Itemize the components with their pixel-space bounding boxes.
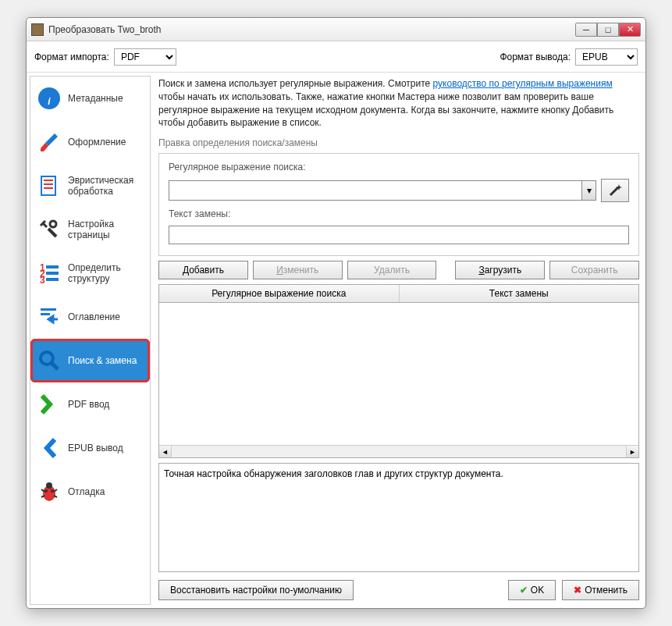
load-button[interactable]: Загрузить <box>455 261 545 279</box>
search-icon <box>37 348 62 373</box>
structure-icon: 123 <box>37 261 62 286</box>
svg-rect-12 <box>46 278 59 281</box>
svg-rect-13 <box>41 308 56 311</box>
sidebar-item-label: Настройка страницы <box>68 219 144 241</box>
sidebar-item-debug[interactable]: Отладка <box>30 470 150 514</box>
import-format-select[interactable]: PDF <box>114 48 176 66</box>
svg-point-19 <box>44 489 48 493</box>
sidebar-item-label: Отладка <box>68 486 105 497</box>
maximize-button[interactable]: □ <box>597 23 619 37</box>
tools-icon <box>37 217 62 242</box>
ok-button[interactable]: ✔OK <box>508 580 556 600</box>
output-format-label: Формат вывода: <box>500 52 571 62</box>
titlebar: Преобразовать Two_broth ─ □ ✕ <box>27 18 645 41</box>
epub-out-icon <box>37 436 62 461</box>
scroll-left-arrow[interactable]: ◄ <box>159 446 172 457</box>
sidebar-item-toc[interactable]: Оглавление <box>30 295 150 339</box>
svg-line-16 <box>52 363 58 369</box>
minimize-button[interactable]: ─ <box>575 23 597 37</box>
svg-rect-10 <box>46 265 59 269</box>
pdf-in-icon <box>37 392 62 417</box>
wizard-button[interactable] <box>601 179 629 202</box>
sidebar-item-label: Определить структуру <box>68 262 144 285</box>
replace-label: Текст замены: <box>169 208 629 219</box>
add-button[interactable]: Добавить <box>158 261 248 279</box>
svg-point-18 <box>46 482 52 489</box>
cancel-button[interactable]: ✖Отменить <box>562 580 639 600</box>
sidebar-item-structure[interactable]: 123 Определить структуру <box>30 251 150 295</box>
svg-line-25 <box>610 187 618 195</box>
info-icon: i <box>37 86 62 111</box>
sidebar-item-page-setup[interactable]: Настройка страницы <box>30 208 150 251</box>
window-title: Преобразовать Two_broth <box>48 24 575 35</box>
replace-input[interactable] <box>169 226 629 244</box>
svg-rect-11 <box>46 272 59 275</box>
regex-input[interactable] <box>169 181 581 200</box>
dialog-window: Преобразовать Two_broth ─ □ ✕ Формат имп… <box>26 17 646 609</box>
format-bar: Формат импорта: PDF Формат вывода: EPUB <box>27 41 645 73</box>
sidebar-item-label: Оформление <box>68 137 126 148</box>
sidebar: i Метаданные Оформление Эвристическая об… <box>30 76 151 605</box>
restore-defaults-button[interactable]: Восстановить настройки по-умолчанию <box>158 580 354 600</box>
description-text: Поиск и замена использует регулярные выр… <box>158 77 639 130</box>
sidebar-item-label: Поиск & замена <box>68 355 137 366</box>
search-replace-fieldset: Регулярное выражение поиска: ▾ Текст зам… <box>158 153 639 256</box>
save-button[interactable]: Сохранить <box>549 261 639 279</box>
toc-icon <box>37 304 62 329</box>
sidebar-item-epub-output[interactable]: EPUB вывод <box>30 426 150 470</box>
regex-dropdown-arrow[interactable]: ▾ <box>581 181 596 200</box>
horizontal-scrollbar[interactable]: ◄ ► <box>159 445 638 457</box>
main-panel: Поиск и замена использует регулярные выр… <box>151 73 645 608</box>
scroll-right-arrow[interactable]: ► <box>626 446 638 457</box>
sidebar-item-label: Оглавление <box>68 311 120 322</box>
sidebar-item-label: PDF ввод <box>68 399 109 410</box>
delete-button[interactable]: Удалить <box>347 261 437 279</box>
table-body[interactable] <box>159 303 638 445</box>
import-format-label: Формат импорта: <box>34 52 109 62</box>
cancel-icon: ✖ <box>574 585 581 596</box>
action-button-row: Добавить Изменить Удалить Загрузить Сохр… <box>158 261 639 279</box>
rules-table: Регулярное выражение поиска Текст замены… <box>158 284 639 458</box>
brush-icon <box>37 130 62 155</box>
info-textbox[interactable]: Точная настройка обнаружения заголовков … <box>158 463 639 572</box>
svg-rect-2 <box>41 176 55 195</box>
svg-point-20 <box>51 489 54 493</box>
sidebar-item-label: EPUB вывод <box>68 443 123 453</box>
svg-text:3: 3 <box>40 275 45 285</box>
close-button[interactable]: ✕ <box>619 23 641 37</box>
svg-point-15 <box>41 352 53 365</box>
footer: Восстановить настройки по-умолчанию ✔OK … <box>158 577 639 603</box>
wand-icon <box>607 183 623 198</box>
sidebar-item-label: Метаданные <box>68 93 123 104</box>
sidebar-item-pdf-input[interactable]: PDF ввод <box>30 382 150 426</box>
sidebar-item-heuristic[interactable]: Эвристическая обработка <box>30 164 150 208</box>
table-header-replace[interactable]: Текст замены <box>400 285 639 302</box>
app-icon <box>31 23 44 36</box>
table-header-regex[interactable]: Регулярное выражение поиска <box>159 285 400 302</box>
bug-icon <box>37 479 62 504</box>
edit-definition-header: Правка определения поиска/замены <box>158 137 639 148</box>
sidebar-item-label: Эвристическая обработка <box>68 175 144 197</box>
edit-button[interactable]: Изменить <box>253 261 343 279</box>
sidebar-item-look[interactable]: Оформление <box>30 120 150 164</box>
regex-label: Регулярное выражение поиска: <box>169 162 629 173</box>
regex-guide-link[interactable]: руководство по регулярным выражениям <box>433 78 613 89</box>
sidebar-item-metadata[interactable]: i Метаданные <box>30 76 150 120</box>
sidebar-item-search-replace[interactable]: Поиск & замена <box>30 339 150 382</box>
output-format-select[interactable]: EPUB <box>575 48 638 66</box>
heuristic-icon <box>37 173 62 198</box>
check-icon: ✔ <box>520 585 528 596</box>
regex-combo[interactable]: ▾ <box>169 180 596 201</box>
svg-point-6 <box>50 221 56 227</box>
svg-rect-14 <box>41 313 50 315</box>
